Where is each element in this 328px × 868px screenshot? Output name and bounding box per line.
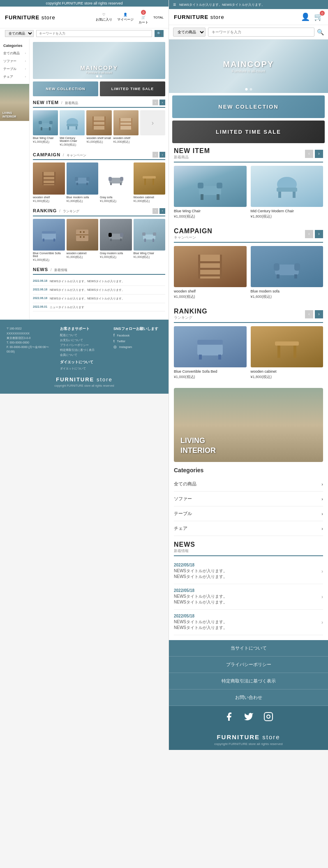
desktop-search-button[interactable]: 🔍: [155, 30, 164, 37]
desktop-footer-link-diet[interactable]: ダイエットについて: [60, 367, 109, 371]
desktop-new-item-prev[interactable]: ‹: [152, 100, 158, 105]
desktop-footer-logo[interactable]: FURNITURE store: [7, 376, 162, 383]
table-row[interactable]: Blue modern sofa ¥1,000(税込): [67, 162, 99, 203]
desktop-banner-new-collection[interactable]: NEW COLLECTION: [33, 81, 98, 96]
desktop-new-item-next[interactable]: ›: [159, 100, 165, 105]
desktop-nav-mypage[interactable]: 👤 マイページ: [117, 13, 134, 22]
mobile-campaign-prev[interactable]: ‹: [305, 230, 313, 238]
mobile-category-select[interactable]: 全ての商品: [173, 28, 206, 37]
list-item[interactable]: 2022/05/18 NEWSタイトルが入ります。NEWSタイトルが入ります。 …: [174, 610, 323, 635]
instagram-icon[interactable]: [263, 712, 273, 724]
mobile-new-item-next[interactable]: ›: [315, 150, 323, 158]
mobile-hero-slider[interactable]: MAINCOPY Furniture is all-count: [169, 39, 328, 93]
mobile-footer-link-contact[interactable]: お問い合わせ: [169, 689, 328, 706]
list-item[interactable]: Blue Convertible Sofa Bed ¥1,000(税込): [174, 326, 247, 380]
desktop-nav-cart[interactable]: 0 🛒 カート: [139, 10, 148, 25]
mobile-living-banner[interactable]: LIVINGINTERIOR: [174, 388, 323, 462]
mobile-new-item-price-1: ¥1,000(税込): [174, 214, 247, 219]
mobile-logo[interactable]: FURNITURE store: [174, 14, 224, 20]
desktop-footer-twitter-label[interactable]: Twitter: [117, 340, 126, 343]
mobile-footer-logo[interactable]: FURNITURE store: [173, 733, 324, 740]
mobile-news-content-3: 2022/05/18 NEWSタイトルが入ります。NEWSタイトルが入ります。: [174, 614, 321, 631]
desktop-ranking-next[interactable]: ›: [159, 208, 165, 214]
facebook-icon[interactable]: f: [113, 333, 115, 337]
mobile-search-input[interactable]: [208, 28, 314, 37]
twitter-icon[interactable]: [244, 712, 254, 724]
table-row[interactable]: wooden shelf ¥1,000(税込): [113, 110, 139, 147]
twitter-icon[interactable]: t: [113, 339, 115, 343]
desktop-campaign-next[interactable]: ›: [159, 152, 165, 158]
mobile-footer-link-about[interactable]: 当サイトについて: [169, 640, 328, 657]
mobile-ranking-grid: Blue Convertible Sofa Bed ¥1,000(税込) woo…: [174, 326, 323, 380]
facebook-icon[interactable]: [224, 712, 234, 724]
list-item[interactable]: 2022.06.18 NEWSタイトルが入ります。NEWSタイトルが入ります。: [33, 277, 165, 286]
sidebar-item-sofa[interactable]: ソファー ›: [0, 57, 29, 65]
desktop-footer-link-commerce[interactable]: 特定商取引法に基づく表示: [60, 348, 109, 352]
desktop-footer-facebook-label[interactable]: Facebook: [117, 334, 130, 337]
list-item[interactable]: Blue Wing Chair ¥1,000(税込): [174, 166, 247, 219]
desktop-logo[interactable]: FURNITURE store: [5, 14, 55, 21]
table-row[interactable]: ›: [140, 110, 165, 147]
desktop-footer-link-privacy[interactable]: プライバシーポリシー: [60, 343, 109, 347]
desktop-ranking-prev[interactable]: ‹: [152, 208, 158, 214]
list-item[interactable]: 2022.06.01 ニュータイトルが入ります: [33, 303, 165, 312]
table-row[interactable]: Gray sofa ¥1,000(税込): [100, 162, 132, 203]
table-row[interactable]: Blue Wing Chair ¥1,000(税込): [134, 219, 166, 262]
table-row[interactable]: Blue Wing Chair ¥1,000(税込): [33, 110, 58, 147]
desktop-footer-link-shipping[interactable]: 配送について: [60, 333, 109, 337]
svg-rect-32: [120, 177, 123, 181]
mobile-category-chair[interactable]: チェア ›: [174, 521, 323, 536]
sidebar-item-table[interactable]: テーブル ›: [0, 65, 29, 73]
table-row[interactable]: Gray modern sofa ¥1,000(税込): [100, 219, 132, 262]
mobile-category-all[interactable]: 全ての商品 ›: [174, 477, 323, 492]
desktop-footer-instagram-label[interactable]: Instagram: [119, 346, 132, 348]
hamburger-icon[interactable]: ≡: [173, 2, 176, 7]
table-row[interactable]: Wooden cabinet ¥1,000(税込): [134, 162, 166, 203]
mobile-footer-link-privacy[interactable]: プライバシーポリシー: [169, 657, 328, 673]
list-item[interactable]: Mid Century Modern Chair ¥1,800(税込): [251, 166, 323, 219]
list-item[interactable]: 2022.06.18 NEWSタイトルが入ります。NEWSタイトルが入ります。: [33, 286, 165, 295]
desktop-footer-link-payment[interactable]: お支払いについて: [60, 338, 109, 342]
list-item[interactable]: 2022/05/18 NEWSタイトルが入ります。NEWSタイトルが入ります。 …: [174, 584, 323, 610]
mobile-new-item-prev[interactable]: ‹: [305, 150, 313, 158]
svg-rect-10: [92, 121, 106, 122]
table-row[interactable]: Mid Century Modern Chair ¥1,000(税込): [60, 110, 85, 147]
instagram-icon[interactable]: ◎: [113, 345, 117, 349]
table-row[interactable]: wooden cabinet ¥1,000(税込): [67, 219, 99, 262]
list-item[interactable]: 2022/05/18 NEWSタイトルが入ります。NEWSタイトルが入ります。 …: [174, 559, 323, 584]
table-row[interactable]: wooden shelf small ¥1,000(税込): [86, 110, 111, 147]
desktop-category-select[interactable]: 全ての商品: [5, 30, 34, 37]
living-interior-sidebar-banner[interactable]: LIVINGINTERIOR: [0, 84, 29, 121]
desktop-hero-dot-2[interactable]: [100, 75, 102, 77]
list-item[interactable]: 2022.06.18 NEWSタイトルが入ります。NEWSタイトルが入ります。: [33, 295, 165, 303]
mobile-cart-wrap[interactable]: 🛒 0: [314, 12, 323, 21]
desktop-campaign-prev[interactable]: ‹: [152, 152, 158, 158]
mobile-banner-limited[interactable]: LIMITED TIME SALE: [172, 121, 325, 143]
mobile-hero-dot-2[interactable]: [249, 88, 252, 91]
table-row[interactable]: Blue Convertible Sofa Bed ¥1,000(税込): [33, 219, 65, 262]
sidebar-item-all[interactable]: 全ての商品 ›: [0, 49, 29, 57]
table-row[interactable]: wooden shelf ¥1,000(税込): [33, 162, 65, 203]
desktop-banner-limited[interactable]: LIMITED TIME SALE: [100, 81, 165, 96]
desktop-hero-dot-1[interactable]: [96, 75, 98, 77]
mobile-hero-dot-1[interactable]: [245, 88, 247, 91]
mobile-ranking-prev[interactable]: ‹: [305, 310, 313, 318]
mobile-category-sofa[interactable]: ソファー ›: [174, 492, 323, 506]
mobile-campaign-next[interactable]: ›: [315, 230, 323, 238]
mobile-header: FURNITURE store 👤 🛒 0: [169, 9, 328, 25]
mobile-search-button[interactable]: 🔍: [317, 28, 324, 37]
mobile-ranking-next[interactable]: ›: [315, 310, 323, 318]
mobile-category-table[interactable]: テーブル ›: [174, 506, 323, 521]
desktop-search-input[interactable]: [36, 30, 152, 37]
mobile-person-icon[interactable]: 👤: [301, 12, 310, 21]
desktop-hero-slider[interactable]: MAINCOPY Furniture is all-count: [33, 42, 165, 79]
desktop-footer-link-membership[interactable]: 会員について: [60, 353, 109, 357]
list-item[interactable]: wooden cabinet ¥1,800(税込): [251, 326, 323, 380]
desktop-nav-favorite[interactable]: ♡ お気に入り: [96, 13, 112, 22]
mobile-ranking-img-1: [174, 326, 247, 367]
mobile-footer-link-commerce[interactable]: 特定商取引法に基づく表示: [169, 673, 328, 689]
mobile-banner-new-collection[interactable]: NEW COLLECTION: [172, 95, 325, 118]
list-item[interactable]: Blue modern sofa ¥1,600(税込): [251, 246, 323, 299]
sidebar-item-chair[interactable]: チェア ›: [0, 73, 29, 81]
list-item[interactable]: wooden shelf ¥1,000(税込): [174, 246, 247, 299]
